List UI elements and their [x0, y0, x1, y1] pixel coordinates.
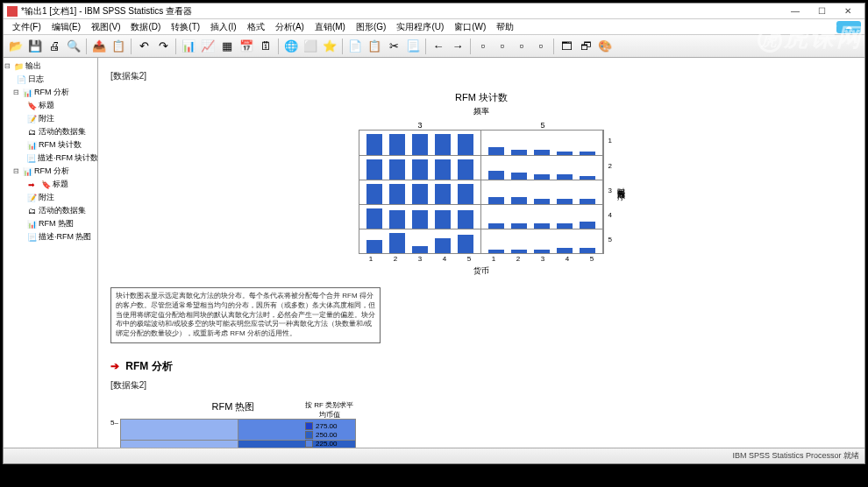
output-viewer[interactable]: [数据集2] RFM 块计数 频率 3 5 12345 时间先后顺序 12345… [98, 58, 864, 448]
cut-icon[interactable]: ✂ [385, 38, 402, 55]
export-icon[interactable]: 📤 [90, 38, 108, 55]
analysis-icon: 📊 [22, 88, 32, 97]
recall-icon[interactable]: 📋 [110, 38, 127, 55]
cloud-button[interactable]: ☁ [836, 21, 861, 33]
dup1-icon[interactable]: ▫ [474, 38, 492, 55]
globe-icon[interactable]: 🌐 [282, 38, 300, 55]
tree-log[interactable]: 📄 日志 [4, 73, 97, 86]
tree-root[interactable]: ⊟ 📁 输出 [4, 60, 97, 73]
tree-notes[interactable]: 📝 附注 [4, 112, 97, 125]
tree-desc-bin[interactable]: 📃 描述·RFM 块计数图 [4, 152, 97, 165]
separator [553, 39, 554, 54]
menu-direct[interactable]: 直销(M) [309, 21, 351, 33]
layers-icon[interactable]: ⬜ [302, 38, 319, 55]
table-icon[interactable]: 🗓 [257, 38, 274, 55]
collapse-icon[interactable]: ⊟ [4, 62, 11, 70]
chart1-icon[interactable]: 📊 [180, 38, 197, 55]
forward-icon[interactable]: → [449, 38, 466, 55]
tree-label: 日志 [28, 74, 44, 85]
tree-label: 标题 [53, 179, 68, 190]
tree-active-ds[interactable]: 🗂 活动的数据集 [4, 125, 97, 138]
outline-tree[interactable]: ⊟ 📁 输出 📄 日志 ⊟ 📊 RFM 分析 🔖 标题 📝 附注 [4, 58, 98, 448]
minimize-button[interactable]: — [782, 4, 808, 18]
notes-icon: 📝 [26, 194, 37, 202]
section-title: ➔ RFM 分析 [110, 359, 852, 374]
redo-icon[interactable]: ↷ [154, 38, 172, 55]
window-title: *输出1 [文档1] - IBM SPSS Statistics 查看器 [21, 5, 192, 18]
menu-edit[interactable]: 编辑(E) [46, 21, 86, 33]
tree-notes2[interactable]: 📝 附注 [4, 191, 97, 204]
chart-icon: 📊 [26, 220, 37, 229]
menu-graphs[interactable]: 图形(G) [351, 21, 391, 33]
preview-icon[interactable]: 🔍 [65, 38, 82, 55]
col-header: 3 [359, 121, 481, 130]
app-window: *输出1 [文档1] - IBM SPSS Statistics 查看器 — ☐… [3, 3, 865, 464]
tree-title[interactable]: 🔖 标题 [4, 99, 97, 112]
main-area: ⊟ 📁 输出 📄 日志 ⊟ 📊 RFM 分析 🔖 标题 📝 附注 [4, 58, 864, 448]
arrow-icon: ➡ [26, 180, 37, 189]
statusbar: IBM SPSS Statistics Processor 就绪 [4, 448, 864, 463]
separator [425, 39, 426, 54]
x-ticks: 1234512345 [359, 254, 604, 263]
undo-icon[interactable]: ↶ [135, 38, 153, 55]
menu-util[interactable]: 实用程序(U) [391, 21, 449, 33]
save-icon[interactable]: 💾 [26, 38, 44, 55]
status-text: IBM SPSS Statistics Processor 就绪 [732, 450, 859, 462]
arrow-icon: ➔ [110, 360, 119, 372]
dup4-icon[interactable]: ▫ [532, 38, 550, 55]
tree-label: 附注 [39, 113, 54, 124]
calendar-icon[interactable]: 📅 [238, 38, 255, 55]
win1-icon[interactable]: 🗔 [558, 38, 575, 55]
palette-icon[interactable]: 🎨 [596, 38, 614, 55]
chart-title: RFM 块计数 [359, 91, 604, 104]
tree-label: RFM 热图 [39, 218, 74, 229]
trellis-grid: 12345 [359, 130, 604, 254]
separator [470, 39, 471, 54]
log-icon: 📄 [16, 75, 26, 84]
collapse-icon[interactable]: ⊟ [12, 88, 20, 96]
notes-icon: 📝 [26, 115, 37, 124]
tree-binned[interactable]: 📊 RFM 块计数 [4, 138, 97, 152]
print-icon[interactable]: 🖨 [46, 38, 63, 55]
menu-view[interactable]: 视图(V) [86, 21, 125, 33]
menu-format[interactable]: 格式 [242, 21, 270, 33]
paste-icon[interactable]: 📋 [366, 38, 383, 55]
analysis-icon: 📊 [22, 167, 32, 176]
tree-active2[interactable]: 🗂 活动的数据集 [4, 204, 97, 217]
menu-data[interactable]: 数据(D) [125, 21, 166, 33]
tree-label: 描述·RFM 热图 [39, 231, 92, 243]
chart2-icon[interactable]: 📈 [199, 38, 217, 55]
star-icon[interactable]: ⭐ [321, 38, 338, 55]
bincount-chart[interactable]: RFM 块计数 频率 3 5 12345 时间先后顺序 1234512345 货… [359, 91, 604, 277]
menu-file[interactable]: 文件(F) [7, 21, 46, 33]
win2-icon[interactable]: 🗗 [577, 38, 594, 55]
back-icon[interactable]: ← [430, 38, 447, 55]
grid-icon[interactable]: ▦ [218, 38, 236, 55]
tree-rfm2[interactable]: ⊟ 📊 RFM 分析 [4, 165, 97, 178]
legend-title: 按 RF 类别求平 均币值 [305, 400, 353, 420]
menu-help[interactable]: 帮助 [491, 21, 519, 33]
dataset-icon: 🗂 [26, 128, 37, 137]
tree-heatmap[interactable]: 📊 RFM 热图 [4, 217, 97, 230]
menu-analyze[interactable]: 分析(A) [270, 21, 309, 33]
collapse-icon[interactable]: ⊟ [12, 167, 20, 175]
tree-rfm[interactable]: ⊟ 📊 RFM 分析 [4, 86, 97, 99]
folder-icon: 📁 [13, 62, 24, 71]
menu-insert[interactable]: 插入(I) [205, 21, 241, 33]
heatmap-chart[interactable]: RFM 热图 5–4–3– 时间先后顺序 按 RF 类别求平 均币值 275.0… [110, 400, 356, 448]
dup3-icon[interactable]: ▫ [513, 38, 530, 55]
y-ticks: 5–4–3– [110, 419, 120, 448]
tree-title2[interactable]: ➡ 🔖 标题 [4, 178, 97, 191]
copy-icon[interactable]: 📄 [346, 38, 364, 55]
maximize-button[interactable]: ☐ [808, 4, 835, 18]
tree-label: 输出 [25, 60, 41, 72]
title-icon: 🔖 [26, 102, 37, 110]
menu-transform[interactable]: 转换(T) [166, 21, 205, 33]
menu-window[interactable]: 窗口(W) [449, 21, 491, 33]
tree-label: 标题 [39, 100, 54, 111]
open-icon[interactable]: 📂 [7, 38, 25, 55]
doc-icon[interactable]: 📃 [404, 38, 422, 55]
close-button[interactable]: ✕ [835, 4, 861, 18]
dup2-icon[interactable]: ▫ [494, 38, 511, 55]
tree-desc-heat[interactable]: 📃 描述·RFM 热图 [4, 230, 97, 244]
